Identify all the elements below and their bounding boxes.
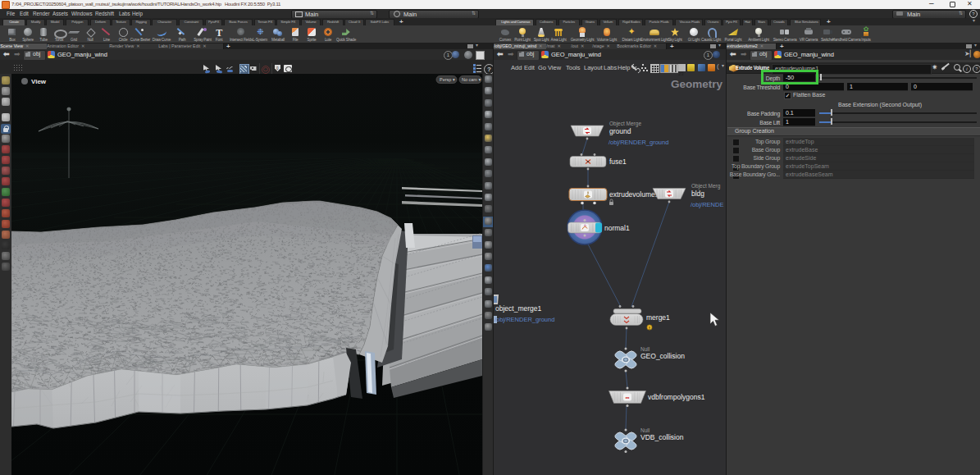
svg-text:/obj/RENDE: /obj/RENDE [691,201,723,208]
svg-text:ground: ground [609,127,631,135]
svg-text:fuse1: fuse1 [609,158,627,166]
svg-text:object_merge1: object_merge1 [495,304,542,313]
svg-text:extrudevolume1: extrudevolume1 [609,190,659,199]
svg-text:VDB_collision: VDB_collision [640,433,684,441]
svg-text:normal1: normal1 [604,224,630,232]
svg-text:GEO_collision: GEO_collision [640,352,685,360]
svg-text:∞: ∞ [626,395,630,400]
svg-text:Object Merge: Object Merge [609,121,641,127]
svg-text:/obj/RENDER_ground: /obj/RENDER_ground [495,316,554,323]
svg-text:Persp ▾: Persp ▾ [440,77,455,82]
svg-text:!: ! [649,326,650,331]
svg-text:No cam ▾: No cam ▾ [462,77,481,82]
svg-text:/obj/RENDER_ground: /obj/RENDER_ground [609,139,668,146]
svg-text:vdbfrompolygons1: vdbfrompolygons1 [648,393,705,401]
svg-text:View: View [31,78,47,85]
svg-text:bldg: bldg [691,190,704,198]
svg-text:Null: Null [640,427,650,433]
svg-text:Object Merg: Object Merg [691,183,721,190]
svg-text:merge1: merge1 [646,313,670,322]
svg-text:Null: Null [640,346,650,352]
